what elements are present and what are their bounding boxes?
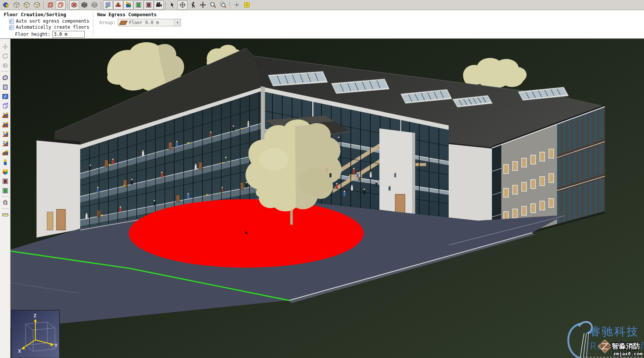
hide-objects-button[interactable] xyxy=(69,0,79,10)
solid-view-button[interactable] xyxy=(56,0,65,10)
rectangle-room-tool[interactable] xyxy=(0,82,10,92)
brand-cn-text: 睿驰科技 xyxy=(589,325,639,338)
new-egress-panel: New Egress Components Group: Floor 0.0 m… xyxy=(93,10,185,38)
move-objects-tool[interactable] xyxy=(0,42,10,51)
axis-z-label: Z xyxy=(33,313,37,318)
view-side-button[interactable] xyxy=(32,0,42,10)
group-label: Group: xyxy=(99,20,116,25)
floor-icon xyxy=(119,21,128,25)
navigate-mode-button[interactable] xyxy=(2,0,11,10)
tools-sidebar: 1 2 1 2 xyxy=(0,39,11,358)
walk-tool-button[interactable] xyxy=(188,0,198,10)
copy-objects-tool[interactable] xyxy=(0,61,10,70)
sidebar-separator xyxy=(2,208,9,209)
door-tool[interactable] xyxy=(0,176,10,186)
show-gray-button[interactable] xyxy=(90,0,99,10)
viewport-3d[interactable]: Z Y X 睿驰科技 ReachSoft xyxy=(11,39,644,358)
show-exits-button[interactable] xyxy=(134,0,143,10)
auto-sort-checkbox[interactable] xyxy=(9,19,14,24)
floor-height-label: Floor height: xyxy=(15,32,50,37)
floor-height-input[interactable] xyxy=(52,31,85,38)
svg-text:2: 2 xyxy=(3,141,5,144)
main-area: 1 2 1 2 xyxy=(0,39,644,358)
axis-y-label: Y xyxy=(55,343,58,348)
zoom-box-tool-button[interactable] xyxy=(218,0,228,10)
wireframe-view-button[interactable] xyxy=(46,0,55,10)
zoom-tool-button[interactable] xyxy=(208,0,218,10)
chevron-down-icon: ▼ xyxy=(174,19,181,26)
ramp-two-way-tool[interactable]: 2 xyxy=(0,139,10,148)
ramp-one-way-tool[interactable]: 1 xyxy=(0,129,10,139)
edit-polygon-tool[interactable] xyxy=(0,198,10,207)
badge-domain-text: zmjax8.com xyxy=(613,351,642,356)
options-panel-strip: Floor Creation/Sorting Auto sort egress … xyxy=(0,10,644,39)
floor-creation-title: Floor Creation/Sorting xyxy=(4,12,89,17)
orbit-tool-button[interactable] xyxy=(178,0,187,10)
svg-text:1: 1 xyxy=(3,113,5,116)
stairs-two-way-tool[interactable]: 2 xyxy=(0,120,10,129)
group-value: Floor 0.0 m xyxy=(129,20,174,25)
escalator-tool[interactable] xyxy=(0,148,10,158)
application-window: Floor Creation/Sorting Auto sort egress … xyxy=(0,0,644,358)
polygon-room-tool[interactable] xyxy=(0,73,10,82)
select-tool-button[interactable] xyxy=(167,0,177,10)
sidebar-separator xyxy=(2,71,9,72)
auto-sort-label: Auto sort egress components xyxy=(16,18,89,24)
new-egress-title: New Egress Components xyxy=(97,12,181,17)
stairs-one-way-tool[interactable]: 1 xyxy=(0,110,10,120)
badge-cn-text: 智淼消防 xyxy=(611,342,640,350)
stair-core-block xyxy=(379,129,415,214)
toggle-grid-button[interactable] xyxy=(242,0,252,10)
pan-tool-button[interactable] xyxy=(198,0,208,10)
thin-wall-tool[interactable] xyxy=(0,92,10,101)
axis-gizmo: Z Y X xyxy=(11,310,59,358)
floor-creation-panel: Floor Creation/Sorting Auto sort egress … xyxy=(0,10,93,38)
rotate-objects-tool[interactable] xyxy=(0,51,10,61)
measure-tool[interactable] xyxy=(0,210,10,219)
reset-camera-button[interactable] xyxy=(232,0,242,10)
auto-create-floors-label: Automatically create floors xyxy=(16,24,89,30)
obstruction-tool[interactable] xyxy=(0,101,10,110)
toolbar-separator xyxy=(165,2,166,9)
toolbar-separator xyxy=(101,2,101,9)
view-front-button[interactable] xyxy=(22,0,32,10)
left-end-wall xyxy=(37,138,80,238)
show-geometry-button[interactable] xyxy=(103,0,113,10)
show-doors-button[interactable] xyxy=(144,0,154,10)
show-cameras-button[interactable] xyxy=(154,0,164,10)
show-dark-button[interactable] xyxy=(79,0,89,10)
add-occupant-group-tool[interactable] xyxy=(0,167,10,176)
show-occupants-button[interactable] xyxy=(123,0,133,10)
axis-x-label: X xyxy=(18,348,21,354)
show-obstacles-button[interactable] xyxy=(113,0,123,10)
exit-door-tool[interactable] xyxy=(0,186,10,195)
toolbar-separator xyxy=(67,2,67,9)
group-dropdown[interactable]: Floor 0.0 m ▼ xyxy=(118,19,181,26)
svg-text:1: 1 xyxy=(3,132,5,135)
add-occupant-tool[interactable] xyxy=(0,158,10,167)
main-toolbar xyxy=(0,0,644,10)
view-top-button[interactable] xyxy=(12,0,21,10)
toolbar-separator xyxy=(43,2,44,9)
toolbar-separator xyxy=(230,2,230,9)
svg-text:2: 2 xyxy=(3,122,5,125)
sidebar-separator xyxy=(2,196,9,197)
auto-create-floors-checkbox[interactable] xyxy=(9,25,14,30)
assembly-area-circle[interactable] xyxy=(129,199,364,268)
